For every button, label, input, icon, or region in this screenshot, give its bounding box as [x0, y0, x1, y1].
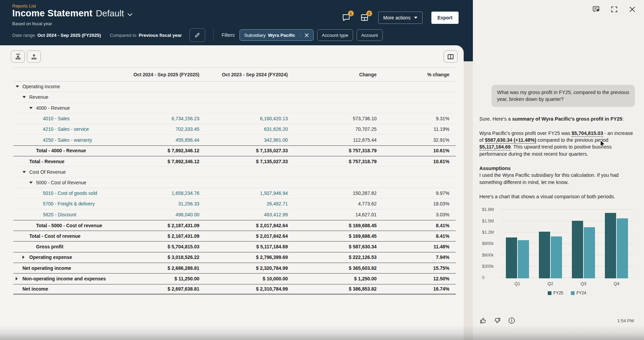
export-button[interactable]: Export	[431, 12, 459, 24]
collapse-row-icon[interactable]	[29, 182, 36, 184]
thumbs-up-button[interactable]	[479, 317, 487, 324]
value-cell: $ 587,630.34	[288, 244, 377, 249]
report-title: Income Statement	[12, 8, 93, 19]
row-label: 4000 - Revenue	[36, 105, 70, 111]
more-actions-button[interactable]: More actions	[378, 12, 423, 24]
value-cell: 32.91%	[377, 137, 456, 143]
report-area: Reports List Income Statement Default Ba…	[0, 0, 473, 340]
income-statement-table: Oct 2024 - Sep 2025 (FY2025)Oct 2023 - S…	[13, 67, 456, 295]
edit-button[interactable]	[189, 28, 205, 42]
x-tick-label: Q2	[548, 281, 554, 287]
value-cell: $ 365,603.82	[288, 265, 377, 271]
info-icon	[508, 317, 515, 324]
expand-row-icon[interactable]	[22, 256, 29, 259]
row-label: 5000 - Cost of Revenue	[36, 180, 86, 185]
x-tick-label: Q4	[614, 281, 620, 287]
new-conversation-button[interactable]	[592, 5, 600, 14]
account-link[interactable]: 5010 - Cost of goods sold	[43, 190, 97, 196]
value-cell: 18.03%	[377, 201, 456, 206]
collapse-row-icon[interactable]	[16, 86, 22, 88]
text-segment: Wyra Pacific's gross profit over FY25 wa…	[479, 130, 572, 136]
info-button[interactable]	[508, 317, 515, 324]
filter-chip-account-type[interactable]: Account type	[317, 29, 353, 41]
y-tick-label: $1.5M	[482, 218, 500, 225]
value-cell: $ 7,135,027.33	[199, 148, 288, 153]
table-row: Net income$ 2,697,638.81$ 2,310,784.99$ …	[13, 284, 456, 295]
account-link[interactable]: 4010 - Sales	[43, 116, 70, 121]
row-label-cell: Cost Of Revenue	[13, 169, 109, 175]
user-message: What was my gross profit in FY25, compar…	[492, 85, 635, 107]
account-link[interactable]: 4210 - Sales - service	[43, 126, 89, 132]
assumptions-title: Assumptions	[479, 165, 635, 172]
value-cell: $ 7,135,027.33	[199, 159, 288, 164]
widgets-button[interactable]: 2	[360, 13, 369, 22]
row-label-cell: Total - 4000 - Revenue	[13, 148, 109, 153]
value-cell: $ 2,187,431.09	[109, 233, 199, 239]
split-panel-button[interactable]	[444, 50, 458, 63]
filter-chip-value: Wyra Pacific	[268, 33, 295, 38]
table-row: 4000 - Revenue	[13, 103, 456, 113]
account-link[interactable]: 5700 - Freight & delivery	[43, 201, 95, 206]
table-row: 4010 - Sales6,734,156.236,160,420.13573,…	[13, 113, 456, 124]
value-cell: 112,875.44	[288, 137, 377, 143]
assistant-intro: Sure. Here's a summary of Wyra Pacific's…	[479, 115, 635, 122]
legend-swatch	[571, 291, 575, 295]
row-label-cell: 5010 - Cost of goods sold	[13, 190, 109, 196]
filter-chip-account[interactable]: Account	[357, 29, 383, 41]
value-cell: $ 757,318.79	[288, 148, 377, 153]
value-cell: $ 3,018,526.22	[109, 254, 199, 260]
pencil-icon	[194, 32, 200, 38]
legend-fy25: FY25	[548, 290, 563, 296]
value-cell: $ 2,686,288.81	[109, 265, 199, 271]
row-label: Total - 4000 - Revenue	[36, 148, 86, 153]
bar-fy25-q2	[539, 232, 550, 279]
collapse-row-icon[interactable]	[22, 171, 29, 173]
title-chevron-down-icon[interactable]	[127, 13, 133, 16]
comments-button[interactable]: 1	[342, 13, 351, 22]
bar-groups	[501, 207, 633, 278]
filters-label: Filters	[222, 32, 235, 38]
breadcrumb[interactable]: Reports List	[12, 3, 36, 9]
conversation: What was my gross profit in FY25, compar…	[479, 85, 635, 293]
compared-to-value: Previous fiscal year	[139, 33, 182, 38]
note-feedback-icon	[592, 5, 600, 13]
caret-down-icon	[414, 17, 417, 19]
collapse-row-icon[interactable]	[29, 107, 36, 109]
close-panel-button[interactable]	[628, 5, 637, 14]
value-cell: $ 7,892,346.12	[109, 159, 199, 164]
value-cell: 26,482.71	[199, 201, 288, 206]
value-cell: 9.31%	[377, 116, 456, 121]
value-cell: 70,707.25	[288, 126, 377, 132]
legend-swatch	[548, 291, 551, 295]
value-cell: $ 2,187,431.09	[109, 223, 199, 228]
text-segment: :	[622, 116, 624, 122]
table-row: Operating income	[13, 81, 456, 92]
account-link[interactable]: 5820 - Discount	[43, 212, 76, 217]
bar-fy25-q3	[572, 221, 583, 278]
expand-panel-button[interactable]	[610, 5, 618, 14]
row-label-cell: 5820 - Discount	[13, 212, 109, 217]
value-cell: 483,412.99	[199, 212, 288, 217]
compared-to-label: Compared to	[110, 33, 136, 38]
y-tick-label: $1.8M	[482, 207, 500, 213]
remove-filter-icon[interactable]	[300, 33, 309, 37]
bar-fy24-q2	[551, 236, 562, 278]
thumbs-down-button[interactable]	[494, 317, 501, 324]
collapse-row-icon[interactable]	[22, 96, 29, 98]
collapse-all-button[interactable]	[27, 50, 41, 63]
value-cell: 573,736.10	[288, 116, 377, 121]
row-label-cell: 4000 - Revenue	[13, 105, 109, 111]
value-cell: 342,981.00	[199, 137, 288, 143]
value-cell: 15.75%	[377, 265, 456, 271]
close-icon	[629, 6, 635, 13]
expand-row-icon[interactable]	[16, 277, 22, 280]
expand-all-button[interactable]	[11, 50, 25, 63]
account-link[interactable]: 4250 - Sales - warranty	[43, 137, 92, 143]
gross-profit-chart: $1.8M$1.5M$1.2M$900k$600k$300k0 Q1Q2Q3Q4…	[479, 207, 635, 293]
row-label: Operating income	[22, 84, 60, 89]
value-cell: $ 2,697,638.81	[109, 286, 199, 292]
table-row: Non-operating income and expenses$ 11,25…	[13, 273, 456, 284]
row-label-cell: Operating income	[13, 84, 109, 89]
filter-chip-subsidiary[interactable]: SubsidiaryWyra Pacific	[240, 29, 314, 41]
y-tick-label: 0	[482, 275, 500, 281]
